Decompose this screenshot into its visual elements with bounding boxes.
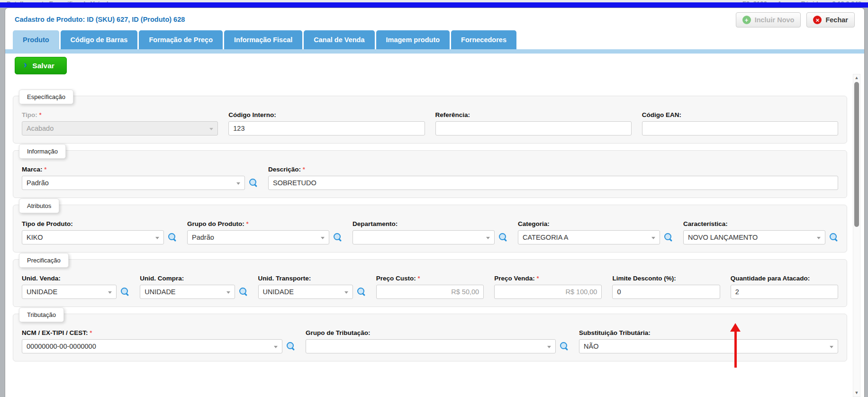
tab-informacao-fiscal[interactable]: Informação Fiscal [224, 30, 302, 49]
incluir-novo-label: Incluir Novo [755, 16, 795, 24]
unid-transporte-value: UNIDADE [263, 288, 294, 296]
field-grupo-de-tributacao: Grupo de Tributação: [306, 329, 569, 353]
scroll-up-icon[interactable]: ▲ [853, 74, 860, 81]
unid-venda-label: Unid. Venda: [22, 275, 129, 282]
limite-desconto-input[interactable]: 0 [612, 285, 720, 299]
incluir-novo-button[interactable]: + Incluir Novo [736, 12, 801, 27]
grupo-de-tributacao-select[interactable] [306, 339, 556, 353]
search-icon[interactable] [334, 233, 342, 242]
cadastro-produto-dialog: Cadastro de Produto: ID (SKU) 627, ID (P… [5, 8, 865, 397]
tab-codigo-de-barras[interactable]: Código de Barras [61, 30, 138, 49]
field-limite-desconto: Limite Desconto (%): 0 [612, 275, 720, 299]
tab-formacao-de-preco[interactable]: Formação de Preço [139, 30, 223, 49]
field-descricao: Descrição:* SOBRETUDO [268, 166, 838, 190]
categoria-select[interactable]: CATEGORIA A [518, 230, 660, 244]
section-atributos: Atributos Tipo de Produto: KIKO [13, 205, 847, 253]
search-icon[interactable] [239, 288, 248, 296]
fechar-label: Fechar [825, 16, 848, 24]
tipo-label: Tipo: [22, 111, 37, 118]
search-icon[interactable] [830, 233, 838, 242]
field-caracteristica: Característica: NOVO LANÇAMENTO [683, 220, 838, 244]
required-marker: * [418, 275, 420, 282]
descricao-input[interactable]: SOBRETUDO [268, 176, 838, 190]
screen: Detalhamento Específico de Veículos novo… [0, 0, 868, 397]
caret-down-icon [817, 237, 821, 239]
required-marker: * [246, 221, 249, 227]
descricao-label: Descrição: [268, 166, 301, 173]
grupo-do-produto-value: Padrão [192, 234, 214, 241]
tab-canal-de-venda[interactable]: Canal de Venda [304, 30, 374, 49]
caret-down-icon [209, 128, 213, 130]
field-substituicao-tributaria: Substituição Tributária: NÃO [579, 329, 838, 353]
section-atributos-label: Atributos [19, 198, 59, 213]
required-marker: * [90, 330, 92, 336]
tab-produto[interactable]: Produto [13, 30, 59, 49]
search-icon[interactable] [168, 233, 177, 242]
field-preco-venda: Preço Venda:* R$ 100,00 [494, 275, 602, 299]
plus-icon: + [742, 16, 751, 24]
section-especificacao: Específicação Tipo:* Acabado Código Inte… [13, 96, 847, 144]
preco-custo-input[interactable]: R$ 50,00 [376, 285, 484, 299]
unid-transporte-label: Unid. Transporte: [258, 275, 366, 282]
caret-down-icon [155, 237, 159, 239]
categoria-label: Categoria: [518, 220, 673, 227]
unid-compra-label: Unid. Compra: [140, 275, 247, 282]
categoria-value: CATEGORIA A [523, 234, 568, 241]
caret-down-icon [321, 237, 325, 239]
field-departamento: Departamento: [353, 220, 507, 244]
referencia-input[interactable] [435, 121, 632, 135]
codigo-ean-label: Código EAN: [642, 111, 838, 118]
section-tributacao: Tributação NCM / EX-TIPI / CEST:* 000000… [13, 314, 847, 361]
substituicao-tributaria-select[interactable]: NÃO [579, 339, 838, 353]
search-icon[interactable] [560, 342, 569, 351]
scrollbar-thumb[interactable] [854, 82, 859, 227]
search-icon[interactable] [121, 288, 129, 296]
field-quantidade-para-atacado: Quantidade para Atacado: 2 [731, 275, 838, 299]
scroll-down-icon[interactable]: ▼ [853, 389, 860, 397]
field-marca: Marca:* Padrão [22, 166, 258, 190]
fechar-button[interactable]: × Fechar [806, 12, 855, 27]
marca-select[interactable]: Padrão [22, 176, 245, 190]
field-ncm-ex-tipi-cest: NCM / EX-TIPI / CEST:* 00000000-00-00000… [22, 329, 295, 353]
caracteristica-select[interactable]: NOVO LANÇAMENTO [683, 230, 825, 244]
caret-down-icon [236, 182, 240, 185]
vertical-scrollbar[interactable]: ▲ ▼ [853, 74, 860, 397]
unid-transporte-select[interactable]: UNIDADE [258, 285, 353, 299]
search-icon[interactable] [287, 342, 295, 351]
required-marker: * [303, 166, 305, 173]
field-tipo: Tipo:* Acabado [22, 111, 218, 135]
tab-imagem-produto[interactable]: Imagem produto [376, 30, 450, 49]
chevron-right-icon: › [24, 59, 27, 71]
search-icon[interactable] [664, 233, 673, 242]
preco-venda-input[interactable]: R$ 100,00 [494, 285, 602, 299]
tab-bar: Produto Código de Barras Formação de Pre… [13, 30, 864, 49]
unid-compra-value: UNIDADE [145, 288, 175, 296]
salvar-button[interactable]: › Salvar [15, 57, 67, 74]
codigo-interno-input[interactable]: 123 [228, 121, 425, 135]
preco-custo-label: Preço Custo: [376, 275, 416, 282]
tipo-select[interactable]: Acabado [22, 121, 218, 135]
required-marker: * [39, 112, 42, 118]
ncm-label: NCM / EX-TIPI / CEST: [22, 329, 88, 336]
codigo-ean-input[interactable] [642, 121, 838, 135]
unid-compra-select[interactable]: UNIDADE [140, 285, 235, 299]
unid-venda-select[interactable]: UNIDADE [22, 285, 117, 299]
substituicao-tributaria-value: NÃO [584, 343, 598, 350]
quantidade-para-atacado-input[interactable]: 2 [731, 285, 838, 299]
section-informacao: Informação Marca:* Padrão Desc [13, 150, 847, 198]
search-icon[interactable] [357, 288, 366, 296]
form-area: Específicação Tipo:* Acabado Código Inte… [5, 77, 864, 376]
tab-fornecedores[interactable]: Fornecedores [451, 30, 516, 49]
search-icon[interactable] [249, 179, 258, 187]
field-codigo-ean: Código EAN: [642, 111, 838, 135]
grupo-do-produto-select[interactable]: Padrão [187, 230, 329, 244]
tipo-de-produto-select[interactable]: KIKO [22, 230, 164, 244]
ncm-select[interactable]: 00000000-00-0000000 [22, 339, 282, 353]
search-icon[interactable] [499, 233, 507, 242]
caret-down-icon [486, 237, 490, 239]
section-informacao-label: Informação [19, 144, 66, 159]
section-precificacao-label: Precificação [19, 253, 69, 268]
caret-down-icon [651, 237, 655, 239]
field-referencia: Referência: [435, 111, 632, 135]
departamento-select[interactable] [353, 230, 495, 244]
